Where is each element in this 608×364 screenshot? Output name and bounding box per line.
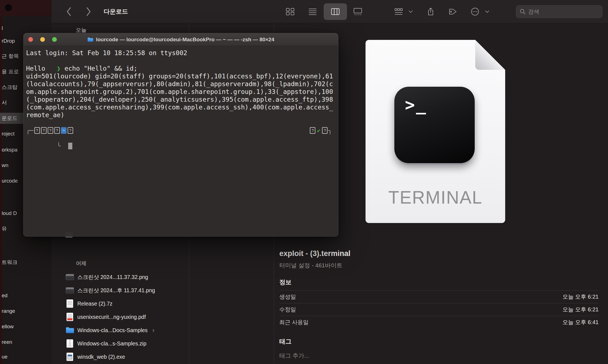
info-value: 오늘 오후 6:21	[563, 306, 599, 313]
id-output-line: (localaccounts),79(_appserverusr),80(adm…	[26, 80, 333, 88]
group-by-icon	[394, 8, 403, 15]
sidebar-item-network[interactable]: 트워크	[0, 257, 52, 268]
missing-glyph-box: ?	[41, 127, 47, 134]
sidebar-item[interactable]: l	[0, 23, 52, 34]
gallery-view-icon	[353, 8, 362, 16]
more-actions-chevron[interactable]	[484, 0, 491, 23]
add-tags-field[interactable]: 태그 추가...	[279, 352, 599, 360]
terminal-cursor[interactable]	[68, 143, 72, 149]
search-field[interactable]	[516, 5, 602, 18]
file-row[interactable]: 스크린샷 2024...후 11.37.41.png	[65, 284, 188, 297]
grid-view-icon	[286, 8, 295, 16]
column-view-button-selected[interactable]	[324, 3, 347, 20]
blank-line	[26, 119, 338, 127]
file-name: 스크린샷 2024...11.37.32.png	[77, 273, 148, 281]
last-login-line: Last login: Sat Feb 10 18:25:58 on ttys0…	[26, 49, 187, 57]
gallery-view-button[interactable]	[349, 0, 366, 23]
column-view-icon	[331, 8, 340, 15]
image-thumbnail-icon	[66, 274, 74, 280]
info-section-header: 정보	[279, 278, 599, 286]
file-name: 스크린샷 2024...후 11.37.41.png	[77, 287, 155, 294]
missing-glyph-box: ?	[48, 127, 53, 134]
info-label: 최근 사용일	[279, 319, 309, 326]
terminal-window[interactable]: lourcode — lourcode@lourcodeui-MacBookPr…	[23, 33, 338, 237]
file-row[interactable]: winsdk_web (2).exe	[65, 350, 188, 363]
missing-glyph-box: ?	[322, 127, 328, 134]
info-value: 오늘 오후 6:21	[563, 293, 599, 301]
file-row[interactable]: Release (2).7z	[65, 297, 188, 310]
chevron-left-icon	[66, 7, 72, 16]
file-name: winsdk_web (2).exe	[77, 354, 125, 360]
chevron-right-icon	[86, 7, 91, 16]
preview-file-name: exploit - (3).terminal	[279, 249, 599, 258]
id-output-line: (com.apple.access_screensharing),399(com…	[26, 104, 333, 111]
more-actions-button[interactable]	[467, 0, 483, 23]
search-icon	[520, 9, 526, 15]
terminal-file-type-label: TERMINAL	[366, 187, 505, 208]
terminal-title: lourcode — lourcode@lourcodeui-MacBookPr…	[87, 37, 274, 43]
folder-icon	[87, 37, 93, 42]
terminal-titlebar[interactable]: lourcode — lourcode@lourcodeui-MacBookPr…	[24, 33, 338, 46]
file-row[interactable]: Windows-cla...s-Samples.zip	[65, 337, 188, 350]
group-by-button[interactable]	[390, 0, 407, 23]
list-view-button[interactable]	[304, 0, 321, 23]
id-output-line: om.apple.sharepoint.group.2),701(com.app…	[26, 88, 333, 95]
file-name: Windows-cla...s-Samples.zip	[77, 340, 146, 347]
tags-section-header: 태그	[279, 337, 599, 346]
file-row[interactable]: usenixsecurit...ng-yuxing.pdf	[65, 310, 188, 324]
file-list: 스크린샷 2024...11.37.32.png 스크린샷 2024...후 1…	[65, 270, 188, 363]
terminal-app-icon: >_	[394, 87, 475, 163]
prompt-frame-open: ╭─	[26, 127, 34, 134]
forward-button[interactable]	[83, 0, 94, 23]
tag-button[interactable]	[444, 0, 461, 23]
image-thumbnail-icon	[66, 287, 74, 293]
zsh-prompt-line: ╭─ ? ? ? ? ~ ? ? ✔ ? ╮	[26, 127, 332, 134]
zsh-cursor-line: ╰	[26, 134, 338, 142]
close-button[interactable]	[28, 37, 33, 42]
window-corner-dot	[5, 4, 12, 11]
section-header-yesterday: 어제	[76, 260, 86, 267]
info-label: 생성일	[279, 293, 296, 301]
echo-output: Hello	[26, 65, 45, 72]
desktop: l rDrop 근 항목 용 프로 스크탑 서 운로드 roject orksp…	[0, 0, 608, 364]
sidebar-item-tag-orange[interactable]: range	[0, 306, 52, 317]
sidebar-item-tag-blue[interactable]: ue	[0, 351, 52, 362]
finder-toolbar: 다운로드	[52, 0, 608, 23]
folder-chevron-icon[interactable]: ›	[152, 327, 155, 334]
more-icon	[471, 7, 479, 16]
folder-icon	[65, 327, 74, 334]
group-by-chevron[interactable]	[407, 0, 414, 23]
file-name: usenixsecurit...ng-yuxing.pdf	[77, 314, 146, 320]
info-list: 생성일 오늘 오후 6:21 수정일 오늘 오후 6:21 최근 사용일 오늘 …	[279, 290, 599, 329]
search-input[interactable]	[528, 9, 599, 15]
sidebar-item-tag-green[interactable]: reen	[0, 337, 52, 348]
minimize-button[interactable]	[40, 37, 45, 42]
info-row-last-opened: 최근 사용일 오늘 오후 6:41	[279, 316, 599, 329]
terminal-output[interactable]: Last login: Sat Feb 10 18:25:58 on ttys0…	[24, 46, 338, 142]
sidebar-item-tag-yellow[interactable]: ellow	[0, 321, 52, 332]
back-button[interactable]	[63, 0, 75, 23]
folded-corner	[475, 40, 505, 70]
sidebar-item-tag-red[interactable]: ed	[0, 290, 52, 301]
icon-view-button[interactable]	[282, 0, 298, 23]
tag-icon	[449, 8, 457, 15]
missing-glyph-box: ?	[68, 127, 73, 134]
share-button[interactable]	[422, 0, 439, 23]
prompt-symbol: ❯	[57, 65, 61, 72]
archive-file-icon	[67, 299, 73, 308]
prompt-frame-close: ╮	[328, 127, 332, 134]
window-title: 다운로드	[104, 0, 128, 23]
prompt-frame-bottom: ╰	[57, 142, 61, 150]
pdf-file-icon	[67, 313, 73, 321]
file-row[interactable]: 스크린샷 2024...11.37.32.png	[65, 270, 188, 284]
command-text: echo "Hello" && id;	[65, 65, 137, 72]
preview-info-panel: exploit - (3).terminal 터미널 설정 - 461바이트 정…	[279, 249, 599, 360]
missing-glyph-box: ?	[34, 127, 40, 134]
file-name: Windows-cla...Docs-Samples	[77, 327, 148, 334]
file-preview-thumbnail: >_ TERMINAL	[366, 40, 505, 223]
zip-file-icon	[67, 339, 73, 348]
file-row-folder[interactable]: Windows-cla...Docs-Samples ›	[65, 324, 188, 337]
id-output-line: remote_ae)	[26, 111, 64, 119]
info-value: 오늘 오후 6:41	[563, 319, 599, 326]
zoom-button[interactable]	[52, 37, 57, 42]
